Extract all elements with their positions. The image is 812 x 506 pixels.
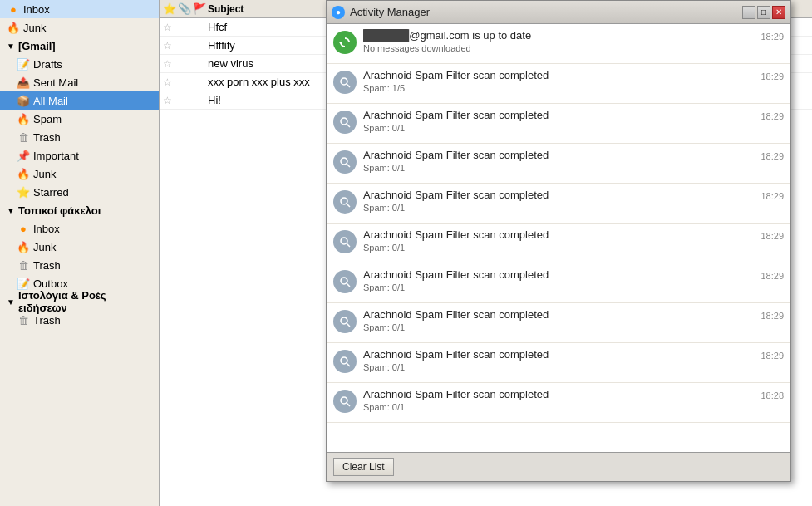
activity-manager-icon: ●	[332, 6, 345, 19]
sidebar-item-label: Sent Mail	[33, 76, 78, 89]
activity-content: Arachnoid Spam Filter scan completedSpam…	[363, 308, 754, 332]
maximize-button[interactable]: □	[757, 6, 770, 19]
sidebar-item-all-mail[interactable]: 📦All Mail	[0, 91, 159, 110]
chevron-icon: ▼	[7, 42, 15, 51]
svg-point-12	[341, 278, 347, 284]
sidebar-item-junk[interactable]: 🔥Junk	[0, 18, 159, 37]
sidebar-item-junk2[interactable]: 🔥Junk	[0, 165, 159, 183]
sidebar-item-trash1[interactable]: 🗑Trash	[0, 128, 159, 146]
activity-content: Arachnoid Spam Filter scan completedSpam…	[363, 268, 754, 292]
activity-title: Arachnoid Spam Filter scan completed	[363, 149, 754, 161]
activity-content: Arachnoid Spam Filter scan completedSpam…	[363, 189, 754, 213]
search-icon	[333, 150, 357, 174]
clear-list-button[interactable]: Clear List	[333, 458, 394, 476]
activity-title: Arachnoid Spam Filter scan completed	[363, 388, 754, 400]
sidebar-item-label: Drafts	[33, 58, 62, 71]
svg-marker-1	[339, 42, 342, 44]
activity-content: Arachnoid Spam Filter scan completedSpam…	[363, 109, 754, 133]
column-att: 📎	[178, 2, 193, 15]
sidebar-item-label: [Gmail]	[18, 40, 56, 52]
minimize-button[interactable]: −	[742, 6, 755, 19]
search-icon	[333, 230, 357, 253]
star-icon[interactable]: ☆	[163, 95, 178, 106]
svg-point-8	[341, 198, 347, 204]
sidebar-item-label: Outbox	[33, 278, 68, 290]
star-icon[interactable]: ☆	[163, 58, 178, 70]
activity-title: Arachnoid Spam Filter scan completed	[363, 308, 754, 321]
close-button[interactable]: ✕	[772, 6, 785, 19]
svg-point-6	[341, 158, 347, 165]
activity-subtitle: Spam: 0/1	[363, 203, 754, 213]
list-item: Arachnoid Spam Filter scan completedSpam…	[327, 104, 790, 144]
activity-subtitle: No messages downloaded	[363, 43, 754, 53]
sidebar: ●Inbox🔥Junk▼[Gmail]📝Drafts📤Sent Mail📦All…	[0, 0, 160, 506]
star-icon[interactable]: ☆	[163, 22, 178, 33]
sent-icon: 📤	[17, 76, 30, 89]
sidebar-item-inbox[interactable]: ●Inbox	[0, 0, 159, 18]
sidebar-item-label: Τοπικοί φάκελοι	[18, 204, 101, 217]
sidebar-section-local-folders: ▼Τοπικοί φάκελοι	[0, 201, 159, 219]
svg-point-16	[341, 357, 347, 364]
column-flag: 🚩	[193, 2, 208, 15]
activity-title: Arachnoid Spam Filter scan completed	[363, 228, 754, 241]
drafts-icon: 📝	[17, 277, 30, 290]
sidebar-item-label: Trash	[33, 314, 61, 327]
svg-point-10	[341, 238, 347, 244]
star-icon[interactable]: ☆	[163, 40, 178, 52]
activity-subtitle: Spam: 0/1	[363, 402, 754, 412]
search-icon	[333, 310, 357, 333]
activity-title: Arachnoid Spam Filter scan completed	[363, 109, 754, 121]
column-star: ⭐	[163, 2, 178, 15]
main-content: ⭐ 📎 🚩 Subject ☆Hfcf☆Hfffify☆new virus☆xx…	[160, 0, 812, 506]
activity-content: ██████@gmail.com is up to dateNo message…	[363, 29, 754, 53]
list-item: Arachnoid Spam Filter scan completedSpam…	[327, 343, 790, 383]
trash-icon: 🗑	[17, 130, 30, 144]
svg-point-18	[341, 397, 347, 404]
svg-line-17	[347, 364, 351, 367]
activity-subtitle: Spam: 0/1	[363, 362, 754, 372]
svg-line-19	[347, 404, 351, 407]
sidebar-item-important[interactable]: 📌Important	[0, 146, 159, 165]
svg-line-15	[347, 324, 351, 327]
sidebar-item-spam[interactable]: 🔥Spam	[0, 110, 159, 128]
sidebar-section-gmail: ▼[Gmail]	[0, 37, 159, 55]
search-icon	[333, 270, 357, 293]
sidebar-item-sent-mail[interactable]: 📤Sent Mail	[0, 73, 159, 91]
sidebar-item-label: Spam	[33, 113, 62, 125]
svg-line-11	[347, 244, 351, 248]
sidebar-item-label: Inbox	[23, 3, 50, 16]
activity-subtitle: Spam: 0/1	[363, 163, 754, 173]
sidebar-item-junk3[interactable]: 🔥Junk	[0, 238, 159, 256]
svg-line-7	[347, 165, 351, 168]
sidebar-item-label: Inbox	[33, 223, 60, 235]
sidebar-item-trash2[interactable]: 🗑Trash	[0, 256, 159, 274]
activity-subtitle: Spam: 1/5	[363, 83, 754, 93]
allmail-icon: 📦	[17, 94, 30, 107]
list-item: ██████@gmail.com is up to dateNo message…	[327, 24, 790, 64]
list-item: Arachnoid Spam Filter scan completedSpam…	[327, 224, 790, 263]
activity-time: 18:29	[760, 151, 784, 161]
chevron-icon: ▼	[7, 297, 15, 307]
sync-icon	[333, 31, 357, 54]
sidebar-item-starred[interactable]: ⭐Starred	[0, 183, 159, 201]
list-item: Arachnoid Spam Filter scan completedSpam…	[327, 64, 790, 104]
activity-content: Arachnoid Spam Filter scan completedSpam…	[363, 149, 754, 173]
star-icon[interactable]: ☆	[163, 76, 178, 88]
activity-time: 18:29	[760, 191, 784, 201]
sidebar-item-label: Starred	[33, 186, 69, 199]
activity-time: 18:29	[760, 311, 784, 321]
activity-subtitle: Spam: 0/1	[363, 123, 754, 133]
sidebar-item-label: Trash	[33, 259, 61, 272]
list-item: Arachnoid Spam Filter scan completedSpam…	[327, 144, 790, 184]
activity-manager-footer: Clear List	[327, 452, 790, 481]
activity-subtitle: Spam: 0/1	[363, 322, 754, 332]
activity-subtitle: Spam: 0/1	[363, 282, 754, 292]
sidebar-item-inbox2[interactable]: ●Inbox	[0, 219, 159, 238]
sidebar-item-drafts[interactable]: 📝Drafts	[0, 55, 159, 73]
trash-icon: 🗑	[17, 313, 30, 327]
activity-content: Arachnoid Spam Filter scan completedSpam…	[363, 388, 754, 412]
svg-point-4	[341, 118, 347, 125]
activity-subtitle: Spam: 0/1	[363, 243, 754, 253]
junk-icon: 🔥	[17, 240, 30, 253]
junk-icon: 🔥	[7, 21, 20, 34]
